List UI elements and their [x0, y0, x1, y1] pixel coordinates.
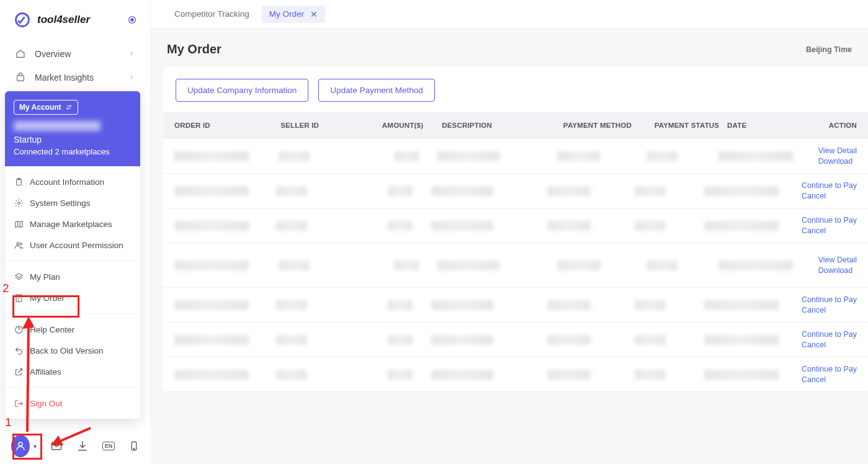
redacted-cell [635, 335, 666, 345]
row-action-secondary[interactable]: Cancel [802, 226, 857, 235]
logo-text: tool4seller [37, 14, 90, 26]
main-content: Competitor Tracking My Order ✕ My Order … [151, 0, 868, 464]
language-selector[interactable]: EN [102, 440, 115, 452]
close-icon[interactable]: ✕ [310, 9, 318, 19]
redacted-cell [276, 221, 307, 231]
row-action-primary[interactable]: View Detail [818, 256, 857, 264]
tab-label: Competitor Tracking [174, 9, 249, 19]
swap-icon [65, 104, 73, 111]
menu-back-old-version[interactable]: Back to Old Version [5, 340, 140, 361]
gear-icon [14, 198, 24, 208]
menu-my-order[interactable]: My Order [5, 287, 140, 308]
redacted-cell [647, 261, 678, 270]
home-icon [15, 48, 26, 60]
svg-point-2 [131, 19, 133, 21]
card-actions: Update Company Information Update Paymen… [163, 66, 868, 112]
page-title: My Order [167, 42, 221, 56]
menu-label: Help Center [30, 325, 74, 334]
row-action-primary[interactable]: Continue to Pay [802, 330, 857, 339]
nav-market-insights[interactable]: Market Insights [7, 66, 143, 89]
redacted-cell [635, 370, 666, 380]
signout-icon [14, 398, 24, 408]
tab-competitor-tracking[interactable]: Competitor Tracking [167, 6, 257, 22]
redacted-cell [174, 300, 249, 310]
row-action-secondary[interactable]: Cancel [802, 306, 857, 315]
redacted-cell [431, 335, 493, 345]
redacted-cell [557, 151, 601, 161]
target-icon[interactable] [127, 14, 138, 25]
menu-manage-marketplaces[interactable]: Manage Marketplaces [5, 213, 140, 234]
logo-icon [14, 11, 31, 29]
row-action-secondary[interactable]: Cancel [802, 341, 857, 349]
col-action: ACTION [821, 122, 857, 129]
row-action-secondary[interactable]: Download [818, 157, 857, 166]
download-icon[interactable] [76, 440, 89, 452]
chevron-right-icon [128, 73, 135, 83]
redacted-cell [431, 221, 493, 231]
col-date: DATE [727, 122, 821, 129]
table-row: Continue to Pay Cancel [163, 174, 868, 208]
mail-icon[interactable] [50, 440, 63, 452]
row-action-primary[interactable]: Continue to Pay [802, 365, 857, 373]
map-icon [14, 219, 24, 229]
menu-affiliates[interactable]: Affiliates [5, 361, 140, 382]
row-action-primary[interactable]: Continue to Pay [802, 295, 857, 304]
col-description: DESCRIPTION [442, 122, 563, 129]
nav-overview[interactable]: Overview [7, 42, 143, 66]
svg-point-7 [133, 448, 135, 450]
popup-section-help: Help Center Back to Old Version Affiliat… [5, 314, 140, 388]
col-amount: AMOUNT($) [375, 122, 442, 129]
redacted-cell [704, 370, 779, 380]
svg-point-12 [20, 243, 22, 244]
clipboard-icon [14, 177, 24, 187]
redacted-cell [388, 370, 413, 380]
redacted-cell [437, 261, 499, 270]
annotation-number-1: 1 [5, 416, 12, 429]
account-name-redacted [14, 121, 101, 131]
redacted-cell [718, 151, 793, 161]
menu-label: My Plan [30, 272, 60, 282]
redacted-cell [276, 370, 307, 380]
menu-system-settings[interactable]: System Settings [5, 192, 140, 213]
account-popup: My Account Startup Connected 2 marketpla… [5, 91, 140, 419]
menu-label: User Account Permission [30, 241, 123, 250]
update-payment-button[interactable]: Update Payment Method [318, 79, 434, 102]
redacted-cell [279, 261, 310, 270]
row-action-secondary[interactable]: Cancel [802, 375, 857, 384]
tab-my-order[interactable]: My Order ✕ [262, 6, 325, 23]
redacted-cell [547, 300, 591, 310]
row-action-primary[interactable]: View Detail [818, 146, 857, 155]
menu-user-permission[interactable]: User Account Permission [5, 234, 140, 256]
menu-label: Account Information [30, 177, 104, 187]
menu-label: Sign Out [30, 399, 63, 408]
menu-account-information[interactable]: Account Information [5, 171, 140, 192]
popup-section-signout: Sign Out [5, 388, 140, 419]
table-row: Continue to Pay Cancel [163, 357, 868, 392]
menu-my-plan[interactable]: My Plan [5, 266, 140, 287]
redacted-cell [276, 186, 307, 196]
redacted-cell [431, 186, 493, 196]
col-payment-status: PAYMENT STATUS [655, 122, 727, 129]
popup-header: My Account Startup Connected 2 marketpla… [5, 91, 140, 166]
redacted-cell [174, 186, 249, 196]
users-icon [14, 240, 24, 250]
row-action-secondary[interactable]: Download [818, 266, 857, 275]
nav-label: Market Insights [35, 73, 94, 83]
update-company-button[interactable]: Update Company Information [176, 79, 308, 102]
row-action-primary[interactable]: Continue to Pay [802, 181, 857, 190]
redacted-cell [647, 151, 678, 161]
menu-help-center[interactable]: Help Center [5, 319, 140, 340]
help-icon [14, 324, 24, 334]
redacted-cell [279, 151, 310, 161]
redacted-cell [388, 300, 413, 310]
menu-sign-out[interactable]: Sign Out [5, 393, 140, 414]
row-action-secondary[interactable]: Cancel [802, 192, 857, 200]
layers-icon [14, 272, 24, 282]
row-action-primary[interactable]: Continue to Pay [802, 216, 857, 225]
tab-label: My Order [269, 9, 304, 19]
redacted-cell [174, 221, 249, 231]
mobile-icon[interactable] [128, 440, 140, 452]
annotation-number-2: 2 [2, 282, 9, 295]
my-account-badge[interactable]: My Account [14, 100, 78, 115]
account-avatar-button[interactable] [11, 435, 30, 457]
